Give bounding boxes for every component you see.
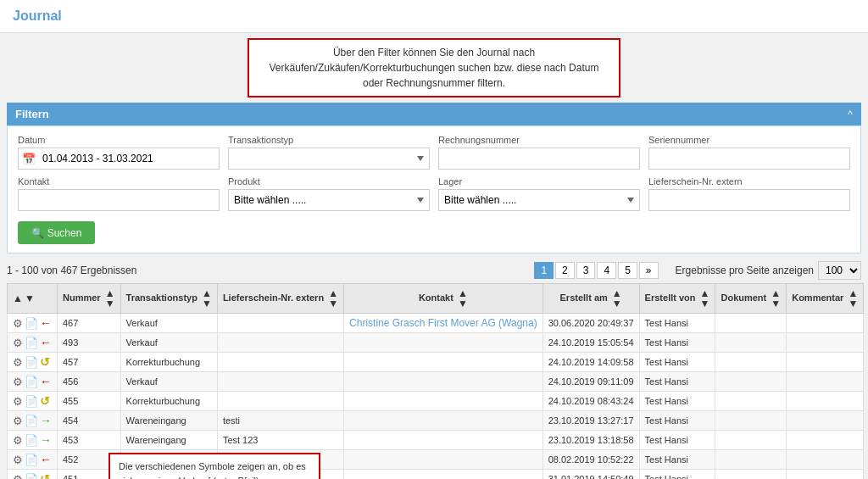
gear-icon[interactable]: ⚙ (13, 395, 23, 408)
arrow-icon[interactable]: ↺ (40, 394, 50, 408)
transaction-type-select[interactable] (228, 148, 430, 170)
row-number: 454 (58, 411, 121, 431)
date-label: Datum (18, 135, 220, 145)
row-document (715, 372, 787, 392)
filter-row-2: Kontakt Produkt Bitte wählen ..... Lager… (18, 176, 850, 211)
arrow-icon[interactable]: ← (40, 453, 52, 466)
col-actions: ▲ ▼ (8, 284, 58, 314)
filter-header: Filtern ^ (7, 103, 861, 125)
arrow-icon[interactable]: ← (40, 375, 52, 388)
date-input[interactable] (39, 153, 219, 164)
col-created-at[interactable]: Erstellt am ▲▼ (542, 284, 639, 314)
row-contact (344, 431, 543, 450)
row-transaction-type: Wareneingang (120, 411, 217, 431)
row-transaction-type: Verkauf (120, 333, 217, 353)
sort-up-icon[interactable]: ▲ (13, 292, 23, 304)
row-created-at: 30.06.2020 20:49:37 (542, 314, 639, 333)
table-row: ⚙ 📄 ↺ 455 Korrekturbuchung 24.10.2019 08… (8, 392, 864, 411)
sort-down-icon[interactable]: ▼ (25, 292, 35, 304)
delivery-note-input[interactable] (648, 189, 850, 211)
document-icon[interactable]: 📄 (25, 337, 38, 349)
row-created-by: Test Hansi (639, 353, 715, 372)
filter-collapse-btn[interactable]: ^ (848, 109, 853, 120)
arrow-icon[interactable]: ← (40, 316, 52, 330)
row-number: 453 (58, 431, 121, 450)
arrow-icon[interactable]: ↺ (40, 355, 50, 369)
row-created-at: 31.01.2019 14:50:49 (542, 470, 639, 480)
table-header-row: ▲ ▼ Nummer ▲▼ Transaktionstyp ▲▼ Liefers… (8, 284, 864, 314)
arrow-icon[interactable]: ↺ (40, 472, 50, 479)
row-transaction-type: Verkauf (120, 314, 217, 333)
table-row: ⚙ 📄 ← 467 Verkauf Christine Grasch First… (8, 314, 864, 333)
document-icon[interactable]: 📄 (25, 376, 38, 388)
calendar-icon: 📅 (19, 153, 39, 165)
search-button-row: 🔍 Suchen (18, 218, 850, 244)
page-title: Journal (13, 8, 62, 23)
gear-icon[interactable]: ⚙ (13, 415, 23, 427)
page-btn-4[interactable]: 4 (597, 262, 616, 279)
row-contact (344, 470, 543, 480)
document-icon[interactable]: 📄 (25, 454, 38, 466)
table-row: ⚙ 📄 ↺ 457 Korrekturbuchung 24.10.2019 14… (8, 353, 864, 372)
warehouse-select[interactable]: Bitte wählen ..... (438, 189, 640, 211)
page-btn-2[interactable]: 2 (555, 262, 575, 279)
document-icon[interactable]: 📄 (25, 395, 38, 408)
filter-group-transaction-type: Transaktionstyp (228, 135, 430, 170)
col-created-by[interactable]: Erstellt von ▲▼ (639, 284, 715, 314)
row-created-at: 23.10.2019 13:27:17 (542, 411, 639, 431)
col-document[interactable]: Dokument ▲▼ (715, 284, 787, 314)
row-comment (787, 372, 864, 392)
document-icon[interactable]: 📄 (25, 317, 38, 330)
delivery-note-label: Lieferschein-Nr. extern (648, 176, 850, 187)
arrow-icon[interactable]: → (40, 433, 52, 447)
row-actions: ⚙ 📄 ↺ (8, 392, 58, 411)
gear-icon[interactable]: ⚙ (13, 473, 23, 480)
search-button[interactable]: 🔍 Suchen (18, 221, 95, 244)
row-actions: ⚙ 📄 ↺ (8, 470, 58, 480)
page-btn-3[interactable]: 3 (576, 262, 596, 279)
row-number: 455 (58, 392, 121, 411)
row-created-by: Test Hansi (639, 314, 715, 333)
col-transaction-type[interactable]: Transaktionstyp ▲▼ (120, 284, 217, 314)
table-row: ⚙ 📄 → 453 Wareneingang Test 123 23.10.20… (8, 431, 864, 450)
serial-number-input[interactable] (648, 148, 850, 170)
col-delivery-note[interactable]: Lieferschein-Nr. extern ▲▼ (217, 284, 343, 314)
row-comment (787, 353, 864, 372)
arrow-icon[interactable]: ← (40, 336, 52, 349)
results-area: 1 - 100 von 467 Ergebnissen 1 2 3 4 5 » … (7, 258, 861, 479)
gear-icon[interactable]: ⚙ (13, 337, 23, 349)
document-icon[interactable]: 📄 (25, 356, 38, 369)
row-document (715, 450, 787, 470)
gear-icon[interactable]: ⚙ (13, 317, 23, 330)
row-actions: ⚙ 📄 ← (8, 450, 58, 470)
col-comment[interactable]: Kommentar ▲▼ (787, 284, 864, 314)
filter-title: Filtern (15, 108, 49, 120)
row-created-by: Test Hansi (639, 333, 715, 353)
document-icon[interactable]: 📄 (25, 415, 38, 427)
filter-section: Filtern ^ Datum 📅 Transaktionstyp (7, 103, 861, 253)
document-icon[interactable]: 📄 (25, 434, 38, 447)
contact-link[interactable]: Christine Grasch First Mover AG (Wagna) (349, 317, 537, 329)
document-icon[interactable]: 📄 (25, 473, 38, 480)
gear-icon[interactable]: ⚙ (13, 356, 23, 369)
per-page-select[interactable]: 100 50 25 (818, 261, 861, 280)
row-actions: ⚙ 📄 → (8, 431, 58, 450)
invoice-number-input[interactable] (438, 148, 640, 170)
row-contact: Christine Grasch First Mover AG (Wagna) (344, 314, 543, 333)
col-number[interactable]: Nummer ▲▼ (58, 284, 121, 314)
row-number: 457 (58, 353, 121, 372)
row-comment (787, 470, 864, 480)
page-btn-1[interactable]: 1 (534, 262, 554, 279)
date-input-wrapper[interactable]: 📅 (18, 148, 220, 170)
mid-callout: Die verschiedenen Symbole zeigen an, ob … (108, 453, 320, 479)
arrow-icon[interactable]: → (40, 414, 52, 427)
page-btn-next[interactable]: » (639, 262, 659, 279)
gear-icon[interactable]: ⚙ (13, 454, 23, 466)
product-select[interactable]: Bitte wählen ..... (228, 189, 430, 211)
row-comment (787, 411, 864, 431)
gear-icon[interactable]: ⚙ (13, 434, 23, 447)
contact-input[interactable] (18, 189, 220, 211)
gear-icon[interactable]: ⚙ (13, 376, 23, 388)
col-contact[interactable]: Kontakt ▲▼ (344, 284, 543, 314)
page-btn-5[interactable]: 5 (618, 262, 637, 279)
